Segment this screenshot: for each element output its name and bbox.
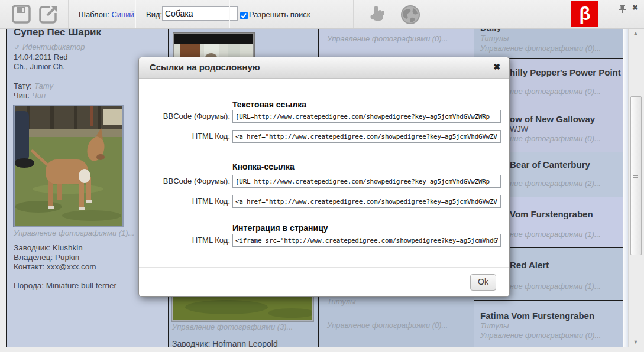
dam-photos-link[interactable]: Управление фотографиями (3)...	[172, 322, 293, 331]
scrollbar-thumb[interactable]	[630, 96, 642, 255]
scroll-down-button[interactable]: ▼	[629, 337, 643, 347]
gp4-titles: Титулы	[327, 297, 356, 306]
toolbar-separator	[353, 0, 354, 28]
ggp1-titles: Титулы	[474, 34, 623, 43]
main-dog-birth: 14.04.2011 Red	[14, 53, 68, 61]
text-link-html-input[interactable]	[232, 130, 501, 143]
toolbar: Шаблон: Синий Вид: Разрешить поиск	[0, 0, 644, 29]
save-button[interactable]	[12, 5, 31, 24]
html-label: HTML Код:	[144, 236, 230, 245]
allow-search-label: Разрешить поиск	[249, 10, 310, 19]
ggp7-titles: Титулы	[474, 321, 623, 330]
save-icon	[12, 5, 31, 24]
html-label: HTML Код:	[144, 132, 230, 141]
export-button[interactable]	[39, 5, 58, 24]
bbcode-label: BBCode (Форумы):	[144, 177, 230, 185]
template-label: Шаблон:	[79, 10, 109, 19]
gp4-photos-link[interactable]: Управление фотографиями (0)...	[327, 321, 448, 330]
view-label: Вид:	[146, 10, 162, 19]
toolbar-separator	[68, 0, 69, 28]
hand-pointer-icon	[368, 5, 387, 23]
dialog-close-icon[interactable]: ✖	[493, 62, 500, 71]
pedigree-cell-ggp7: Fatima Vom Furstengraben Титулы Управлен…	[474, 301, 624, 347]
male-gender-icon: ♂	[14, 42, 20, 51]
dam-breeder: Заводчик: Hofmann Leopold	[172, 339, 278, 348]
pin-window-button[interactable]	[619, 5, 626, 13]
pin-icon	[619, 5, 626, 13]
vertical-scrollbar[interactable]: ▲ ▼	[628, 28, 643, 347]
allow-search-checkbox[interactable]	[240, 12, 248, 19]
main-breed: Порода: Miniature bull terrier	[14, 281, 116, 290]
chip-label: Чип:	[14, 91, 30, 100]
language-button[interactable]	[400, 5, 420, 25]
app-window: Супер Пес Шарик ♂ Идентификатор 14.04.20…	[0, 0, 644, 352]
ggp7-photos-link[interactable]: Управление фотографиями (0)...	[474, 331, 623, 340]
close-window-button[interactable]: ✖	[632, 4, 638, 12]
toolbar-separator	[229, 0, 229, 28]
chart-edge-strip	[623, 28, 628, 347]
main-photos-link[interactable]: Управление фотографиями (1)...	[14, 229, 134, 237]
main-contact: Контакт: xxx@xxx.com	[14, 262, 96, 271]
view-input[interactable]	[162, 6, 238, 21]
dialog-title: Ссылки на родословную	[150, 62, 260, 72]
dog-photo-image	[15, 106, 122, 226]
dialog-titlebar[interactable]: Ссылки на родословную ✖	[139, 57, 509, 79]
main-dog-photo[interactable]	[14, 105, 124, 227]
scrollbar-grip-icon	[633, 174, 638, 174]
pedigree-cell-ggp1: Daily Титулы Управление фотографиями (0)…	[474, 28, 624, 59]
dialog-footer: Ok	[139, 267, 509, 296]
pedigree-links-dialog: Ссылки на родословную ✖ Текстовая ссылка…	[138, 57, 510, 297]
tattoo-label: Тату:	[14, 82, 32, 90]
bbcode-label: BBCode (Форумы):	[144, 112, 230, 120]
ok-button[interactable]: Ok	[470, 274, 496, 291]
button-link-bbcode-input[interactable]	[232, 175, 501, 188]
section-heading-button-link: Кнопка-ссылка	[232, 162, 295, 171]
embed-html-input[interactable]	[232, 234, 501, 247]
text-link-bbcode-input[interactable]	[232, 110, 501, 123]
template-link[interactable]: Синий	[111, 10, 134, 19]
chip-value: Чип	[32, 91, 46, 100]
gp1-photos-link[interactable]: Управление фотографиями (0)...	[327, 34, 448, 43]
pointer-tool-button[interactable]	[368, 5, 387, 23]
ggp7-name: Fatima Vom Furstengraben	[474, 311, 623, 321]
globe-icon	[400, 5, 420, 25]
main-owner: Владелец: Pupkin	[14, 253, 79, 262]
ggp1-photos-link[interactable]: Управление фотографиями (0)...	[474, 44, 623, 53]
tattoo-value: Тату	[34, 82, 53, 90]
html-label: HTML Код:	[144, 197, 230, 206]
main-breeder: Заводчик: Klushkin	[14, 243, 83, 252]
main-dog-identifier: Идентификатор	[22, 43, 85, 51]
scroll-up-button[interactable]: ▲	[629, 28, 643, 38]
export-icon	[39, 5, 58, 24]
toolbar-separator	[135, 0, 135, 28]
button-link-html-input[interactable]	[232, 195, 501, 208]
section-heading-embed: Интеграция в страницу	[232, 223, 328, 233]
beta-logo: β	[571, 1, 598, 27]
section-heading-text-link: Текстовая ссылка	[232, 100, 306, 109]
main-dog-titles: Ch., Junior Ch.	[14, 62, 65, 71]
